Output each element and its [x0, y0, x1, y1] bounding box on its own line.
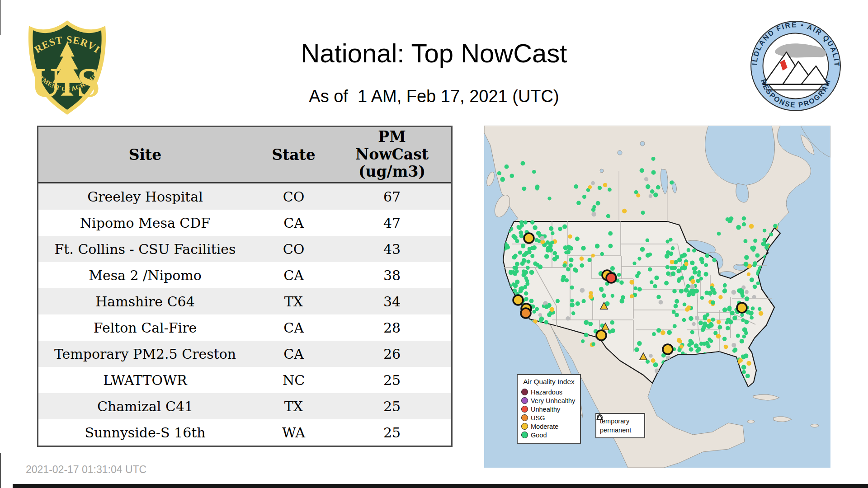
monitor-dot — [644, 177, 648, 181]
monitor-dot — [665, 254, 670, 259]
monitor-dot — [690, 330, 694, 334]
monitor-dot — [689, 339, 693, 343]
monitor-dot — [591, 342, 595, 346]
monitor-dot — [659, 300, 663, 305]
monitor-dot — [741, 286, 745, 290]
monitor-dot — [598, 186, 602, 190]
monitor-dot — [722, 337, 727, 341]
aqi-monitor-map: Air Quality Index HazardousVery Unhealth… — [484, 126, 830, 468]
monitor-dot — [599, 287, 604, 291]
table-row: Greeley HospitalCO67 — [38, 183, 451, 210]
monitor-dot — [588, 322, 593, 326]
monitor-dot — [712, 258, 716, 262]
aqi-legend-item: Moderate — [521, 422, 576, 431]
monitor-dot — [685, 307, 689, 312]
monitor-dot — [535, 185, 540, 189]
monitor-dot — [566, 316, 570, 321]
monitor-dot — [676, 268, 681, 273]
monitor-dot — [563, 245, 568, 250]
monitor-dot — [718, 325, 722, 329]
monitor-dot — [629, 280, 634, 285]
monitor-dot — [530, 221, 534, 225]
monitor-dot — [519, 230, 523, 235]
monitor-dot — [653, 284, 657, 288]
monitor-dot — [517, 225, 520, 229]
monitor-dot — [742, 334, 746, 338]
permanent-triangle-icon — [596, 414, 603, 421]
monitor-dot — [637, 271, 641, 275]
monitor-dot — [589, 294, 594, 299]
monitor-dot — [695, 316, 699, 320]
monitor-dot — [596, 201, 600, 206]
cell-value: 47 — [335, 215, 448, 231]
monitor-dot — [690, 261, 694, 265]
table-header-row: Site State PM NowCast (ug/m3) — [38, 127, 451, 183]
monitor-dot — [633, 286, 637, 290]
cell-site: Mesa 2 /Nipomo — [38, 267, 252, 283]
monitor-dot — [716, 334, 721, 339]
monitor-dot — [752, 248, 755, 251]
monitor-dot — [732, 315, 737, 320]
table-body: Greeley HospitalCO67Nipomo Mesa CDFCA47F… — [38, 183, 451, 446]
monitor-dot — [690, 279, 695, 284]
monitor-dot — [526, 266, 530, 270]
monitor-dot — [646, 239, 650, 243]
monitor-dot — [673, 324, 677, 328]
monitor-dot — [584, 320, 589, 325]
monitor-dot — [524, 221, 528, 225]
monitor-dot — [679, 289, 684, 293]
monitor-dot — [651, 170, 656, 175]
monitor-dot — [703, 321, 707, 326]
aqi-color-dot-icon — [521, 406, 528, 413]
monitor-dot — [690, 284, 695, 289]
monitor-dot — [569, 258, 573, 262]
monitor-dot — [521, 161, 525, 166]
monitor-dot — [558, 227, 562, 231]
monitor-dot — [687, 248, 691, 252]
cell-value: 38 — [335, 267, 448, 283]
monitor-dot — [640, 168, 644, 173]
monitor-dot — [650, 280, 653, 284]
monitor-dot — [580, 257, 584, 261]
monitor-dot — [683, 302, 687, 306]
monitor-dot — [742, 370, 746, 374]
table-row: Temporary PM2.5 CrestonCA26 — [38, 341, 451, 367]
monitor-dot — [741, 319, 745, 322]
monitor-dot — [706, 313, 709, 317]
monitor-dot — [561, 275, 566, 279]
monitor-dot — [694, 343, 699, 348]
monitor-dot — [547, 197, 551, 200]
aqi-legend: Air Quality Index HazardousVery Unhealth… — [517, 374, 581, 444]
monitor-dot — [581, 246, 585, 250]
monitor-dot — [527, 250, 532, 254]
monitor-dot — [745, 296, 750, 301]
monitor-dot — [656, 328, 661, 333]
monitor-dot — [708, 338, 711, 341]
monitor-dot — [747, 272, 750, 276]
monitor-dot — [611, 294, 614, 298]
monitor-dot — [646, 184, 651, 189]
column-header-value: PM NowCast (ug/m3) — [335, 128, 448, 181]
monitor-dot — [591, 212, 596, 217]
monitor-dot — [700, 260, 704, 264]
monitor-dot — [610, 320, 615, 325]
monitor-dot — [518, 251, 522, 255]
monitor-dot — [698, 321, 703, 325]
monitor-dot — [664, 281, 669, 286]
cell-state: CA — [252, 346, 335, 362]
monitor-dot — [581, 339, 585, 343]
legend-temporary: temporary — [600, 417, 641, 426]
monitor-dot — [744, 255, 749, 260]
monitor-dot — [677, 258, 682, 262]
monitor-dot — [530, 254, 534, 258]
top-site-marker — [606, 273, 616, 283]
monitor-dot — [522, 253, 525, 257]
monitor-dot — [621, 295, 625, 300]
monitor-dot — [728, 219, 732, 223]
monitor-dot — [769, 233, 773, 237]
table-row: Sunnyside-S 16thWA25 — [38, 419, 451, 446]
monitor-dot — [705, 291, 709, 295]
monitor-dot — [648, 267, 652, 271]
monitor-dot — [709, 323, 713, 328]
aqi-color-dot-icon — [521, 397, 528, 404]
